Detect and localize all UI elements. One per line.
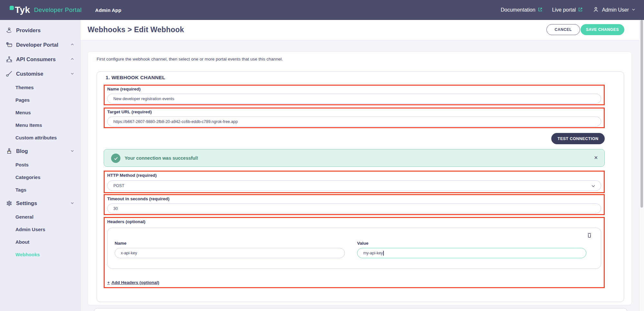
success-message: Your connection was successful! (125, 156, 198, 161)
success-alert: Your connection was successful! ✕ (104, 149, 605, 167)
sidebar-item-menus[interactable]: Menus (0, 106, 80, 119)
user-menu[interactable]: Admin User (592, 6, 636, 14)
name-input[interactable] (107, 94, 601, 104)
sidebar-item-menu-items[interactable]: Menu Items (0, 119, 80, 131)
header-value-input[interactable]: my-api-key (357, 248, 586, 258)
chevron-down-icon (631, 7, 636, 13)
add-headers-label: Add Headers (optional) (111, 280, 159, 285)
target-url-label: Target URL (required) (107, 109, 152, 114)
sidebar-item-providers[interactable]: Providers (0, 23, 80, 38)
live-portal-label: Live portal (552, 7, 576, 13)
sidebar-item-admin-users[interactable]: Admin Users (0, 223, 80, 236)
cancel-button[interactable]: CANCEL (546, 24, 580, 35)
sidebar-label: Blog (16, 148, 70, 154)
sidebar-item-pages[interactable]: Pages (0, 94, 80, 106)
sidebar-item-developer-portal[interactable]: s Developer Portal (0, 38, 80, 52)
documentation-label: Documentation (501, 7, 535, 13)
tyk-logo[interactable]: Tyk Developer Portal (10, 5, 82, 15)
form-intro-text: First configure the webhook channel, the… (97, 57, 283, 61)
user-name: Admin User (602, 7, 629, 13)
sidebar-item-categories[interactable]: Categories (0, 171, 80, 184)
breadcrumb: Webhooks > Edit Webhook (88, 25, 184, 34)
sidebar-item-webhooks[interactable]: Webhooks (0, 248, 80, 261)
sidebar-label: Settings (16, 200, 70, 206)
external-link-icon (538, 7, 543, 13)
sidebar-label: Providers (16, 27, 74, 33)
logo-text: Tyk (15, 5, 30, 15)
close-alert-icon[interactable]: ✕ (594, 155, 598, 161)
sidebar-nav: Providers s Developer Portal API Consume… (0, 20, 80, 311)
sidebar-item-blog[interactable]: Blog (0, 144, 80, 158)
sidebar-item-customise[interactable]: Customise (0, 67, 80, 81)
header-value-text: my-api-key (363, 251, 383, 255)
scrollbar-thumb[interactable] (640, 20, 643, 208)
sidebar-item-api-consumers[interactable]: API Consumers (0, 52, 80, 67)
providers-icon (5, 27, 13, 34)
nav-live-portal-link[interactable]: Live portal (552, 7, 583, 13)
sidebar-item-custom-attributes[interactable]: Custom attributes (0, 131, 80, 144)
sidebar-item-settings[interactable]: Settings (0, 196, 80, 211)
chevron-up-icon (70, 42, 74, 48)
settings-gear-icon (5, 200, 13, 207)
save-changes-button[interactable]: SAVE CHANGES (581, 24, 624, 35)
app-label: Admin App (95, 7, 121, 13)
customise-icon (5, 70, 13, 78)
test-connection-button[interactable]: TEST CONNECTION (551, 133, 605, 144)
logo-subtitle: Developer Portal (34, 6, 82, 14)
svg-text:s: s (9, 44, 10, 46)
sidebar-label: Developer Portal (16, 42, 70, 48)
nav-documentation-link[interactable]: Documentation (501, 7, 543, 13)
blog-icon (5, 147, 13, 155)
sidebar-item-themes[interactable]: Themes (0, 81, 80, 94)
timeout-label: Timeout in seconds (required) (107, 196, 169, 201)
sidebar-label: Customise (16, 71, 70, 77)
next-section-panel (94, 308, 627, 311)
add-headers-link[interactable]: + Add Headers (optional) (107, 280, 159, 285)
section-title: 1. WEBHOOK CHANNEL (106, 75, 165, 80)
tyk-leaf-icon (10, 6, 14, 10)
chevron-down-icon (70, 71, 74, 77)
api-consumers-icon (5, 56, 13, 63)
target-url-input[interactable] (107, 117, 601, 127)
sidebar-item-about[interactable]: About (0, 236, 80, 248)
sidebar-item-general[interactable]: General (0, 211, 80, 223)
timeout-input[interactable] (107, 203, 601, 213)
headers-label: Headers (optional) (107, 219, 146, 224)
header-row-card: Name Value my-api-key (107, 228, 601, 269)
user-icon (592, 6, 599, 14)
page-header: Webhooks > Edit Webhook CANCEL SAVE CHAN… (80, 20, 644, 41)
success-check-icon (111, 154, 120, 163)
http-method-label: HTTP Method (required) (107, 173, 157, 178)
scrollbar-track[interactable] (639, 20, 644, 311)
external-link-icon (578, 7, 583, 13)
header-name-label: Name (115, 241, 127, 246)
delete-header-trash-icon[interactable] (586, 232, 592, 240)
chevron-up-icon (70, 57, 74, 62)
name-label: Name (required) (107, 87, 141, 91)
header-name-input[interactable] (115, 248, 345, 258)
top-navbar: Tyk Developer Portal Admin App Documenta… (0, 0, 644, 20)
chevron-down-icon (70, 148, 74, 154)
sidebar-item-posts[interactable]: Posts (0, 158, 80, 171)
sidebar-item-tags[interactable]: Tags (0, 184, 80, 196)
developer-portal-icon: s (5, 41, 13, 49)
sidebar-label: API Consumers (16, 56, 70, 62)
chevron-down-icon (591, 184, 596, 190)
http-method-value: POST (113, 184, 124, 188)
text-cursor (383, 251, 384, 256)
chevron-down-icon (70, 201, 74, 206)
http-method-select[interactable]: POST (107, 180, 601, 191)
header-value-label: Value (357, 241, 368, 246)
plus-icon: + (107, 280, 110, 285)
